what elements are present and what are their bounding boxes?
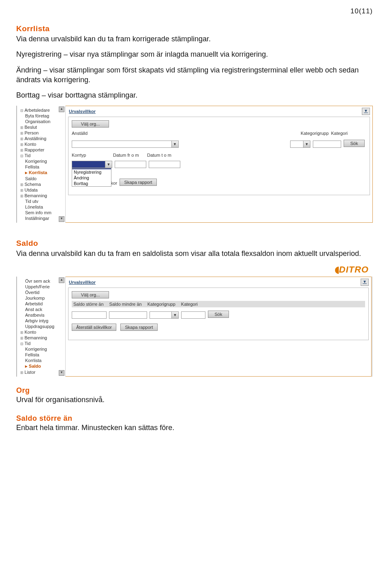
tree-item[interactable]: Anstbevis [20, 312, 64, 318]
saldo-larger-input[interactable] [72, 311, 107, 319]
tree-item[interactable]: Uppeh/Ferie [20, 284, 64, 290]
tree-item[interactable]: Lönelista [20, 204, 64, 210]
tree-panel: ▲ ▼ Övr sem ackUppeh/FerieÖvertidJourkom… [17, 277, 66, 377]
tree-item[interactable]: Korrlista [20, 358, 64, 363]
search-button[interactable]: Sök [208, 311, 229, 318]
skapa-rapport-button[interactable]: Skapa rapport [120, 179, 157, 186]
choose-org-button[interactable]: Välj org... [72, 291, 109, 298]
scroll-up-icon[interactable]: ▲ [59, 107, 64, 112]
paragraph: Via denna urvalsbild kan du ta fram en s… [16, 249, 373, 258]
tree-item[interactable]: Arbetsledare [20, 107, 64, 113]
tree-item[interactable]: Fellista [20, 352, 64, 358]
tree-item[interactable]: Övr sem ack [20, 278, 64, 284]
tree-item[interactable]: Fellista [20, 164, 64, 170]
field-label: Kategori [181, 302, 198, 307]
kategori-input[interactable] [181, 311, 205, 319]
aditro-logo: DITRO [16, 264, 369, 275]
kategori-input[interactable] [313, 141, 341, 148]
tree-item[interactable]: Tid utv [20, 198, 64, 204]
section-title-saldo: Saldo [16, 239, 373, 248]
tree-item[interactable]: Arbetstid [20, 301, 64, 307]
dropdown-arrow-icon[interactable]: ▼ [171, 141, 178, 147]
tree-item[interactable]: Utdata [20, 187, 64, 193]
field-label: Korrtyp [72, 152, 111, 158]
tree-item[interactable]: Listor [20, 369, 64, 375]
field-label: Kategorigrupp [301, 130, 329, 136]
dropdown-option[interactable]: Nyregistrering [72, 169, 111, 175]
scroll-down-icon[interactable]: ▼ [59, 216, 64, 222]
paragraph: Nyregistrering – visar nya stämplingar s… [16, 49, 373, 59]
tree-item[interactable]: Tid [20, 153, 64, 158]
tree-item[interactable]: Bemanning [20, 335, 64, 341]
tree-item[interactable]: Konto [20, 141, 64, 147]
section-title-korrlista: Korrlista [16, 24, 373, 33]
paragraph: Ändring – visar stämplingar som först sk… [16, 65, 373, 85]
anstalld-input[interactable] [72, 141, 179, 148]
tree-item[interactable]: Arbgiv intyg [20, 318, 64, 324]
tree-item[interactable]: Schema [20, 181, 64, 187]
paragraph: Urval för organisationsnivå. [16, 395, 373, 405]
panel-title: Urvalsvillkor [69, 109, 96, 114]
reset-filters-button[interactable]: Återställ sökvillkor [72, 324, 116, 331]
datum-from-input[interactable] [115, 161, 146, 168]
scroll-up-icon[interactable]: ▲ [59, 277, 64, 283]
tree-item[interactable]: Bemanning [20, 193, 64, 198]
tree-item[interactable]: Anst ack [20, 307, 64, 312]
tree-item[interactable]: Tid [20, 341, 64, 346]
dropdown-option[interactable]: Borttag [72, 181, 111, 186]
tree-item[interactable]: Korrlista [20, 170, 64, 176]
section-title-saldo-storre: Saldo större än [16, 414, 373, 423]
field-label: Datum fr o m [113, 152, 145, 158]
panel-title: Urvalsvillkor [69, 280, 96, 285]
dropdown-arrow-icon[interactable]: ▼ [105, 161, 112, 168]
dropdown-option[interactable]: Ändring [72, 175, 111, 181]
field-label: Kategori [331, 130, 348, 136]
section-title-org: Org [16, 386, 373, 395]
tree-item[interactable]: Anställning [20, 136, 64, 141]
tree-item[interactable]: Inställningar [20, 215, 64, 221]
form-panel: Urvalsvillkor ▼ Välj org... Saldo större… [66, 277, 372, 377]
tree-item[interactable]: Uppdragsuppg [20, 324, 64, 329]
tree-item[interactable]: Organisation [20, 119, 64, 124]
page-number: 10(11) [351, 7, 373, 15]
tree-item[interactable]: Saldo [20, 363, 64, 369]
tree-item[interactable]: Korrigering [20, 346, 64, 352]
tree-panel: ▲ ▼ ArbetsledareByta företagOrganisation… [17, 106, 66, 223]
field-label: Datum t o m [147, 152, 179, 158]
tree-item[interactable]: Saldo [20, 176, 64, 181]
collapse-icon[interactable]: ▼ [362, 108, 370, 115]
paragraph: Via denna urvalsbild kan du ta fram korr… [16, 34, 373, 44]
field-label: Saldo mindre än [109, 302, 142, 307]
tree-item[interactable]: Beslut [20, 124, 64, 130]
tree-item[interactable]: Person [20, 130, 64, 136]
tree-item[interactable]: Korrigering [20, 158, 64, 164]
form-panel: Urvalsvillkor ▼ Välj org... Anställd Kat… [66, 106, 373, 223]
screenshot-saldo: ▲ ▼ Övr sem ackUppeh/FerieÖvertidJourkom… [16, 277, 373, 377]
screenshot-korrlista: ▲ ▼ ArbetsledareByta företagOrganisation… [16, 106, 373, 223]
field-label: Anställd [72, 130, 112, 136]
skapa-rapport-button[interactable]: Skapa rapport [120, 324, 158, 331]
paragraph: Borttag – visar borttagna stämplingar. [16, 90, 373, 100]
field-label: Kategorigrupp [147, 302, 175, 307]
tree-item[interactable]: Sem info mm [20, 210, 64, 215]
tree-item[interactable]: Byta företag [20, 113, 64, 119]
scroll-down-icon[interactable]: ▼ [59, 370, 64, 376]
dropdown-arrow-icon[interactable]: ▼ [171, 312, 178, 318]
dropdown-arrow-icon[interactable]: ▼ [303, 141, 310, 147]
tree-item[interactable]: Jourkomp [20, 295, 64, 301]
korrtyp-dropdown-list: Nyregistrering Ändring Borttag [72, 168, 111, 187]
paragraph: Enbart hela timmar. Minustecken kan sätt… [16, 423, 373, 432]
tree-item[interactable]: Rapporter [20, 147, 64, 153]
collapse-icon[interactable]: ▼ [361, 279, 369, 286]
tree-item[interactable]: Konto [20, 329, 64, 335]
tree-item[interactable]: Övertid [20, 290, 64, 295]
field-label: Saldo större än [73, 302, 104, 307]
datum-tom-input[interactable] [149, 161, 180, 168]
saldo-smaller-input[interactable] [109, 311, 147, 319]
choose-org-button[interactable]: Välj org... [72, 120, 109, 128]
search-button[interactable]: Sök [344, 140, 365, 147]
